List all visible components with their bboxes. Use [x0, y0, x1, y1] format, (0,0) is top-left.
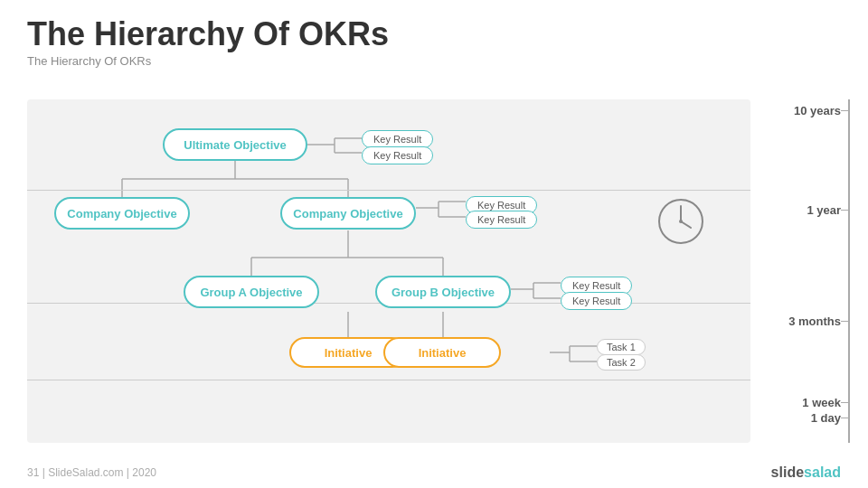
timeline-bar [848, 99, 850, 443]
task-2: Task 2 [597, 354, 646, 371]
kr-company2-2: Key Result [466, 211, 537, 229]
header: The Hierarchy Of OKRs The Hierarchy Of O… [0, 0, 868, 71]
page-number: 31 [27, 466, 39, 479]
tick-0 [841, 110, 850, 111]
kr-groupb-2: Key Result [561, 292, 632, 310]
divider-3 [27, 380, 750, 380]
clock-icon [656, 197, 705, 246]
group-b-objective-node: Group B Objective [375, 276, 511, 308]
company-objective-2-node: Company Objective [280, 197, 416, 230]
footer-info: 31 | SlideSalad.com | 2020 [27, 466, 156, 479]
kr-ultimate-2: Key Result [362, 146, 433, 164]
copyright: | SlideSalad.com | 2020 [42, 466, 156, 479]
kr-ultimate-1: Key Result [362, 130, 433, 148]
group-a-objective-node: Group A Objective [184, 276, 319, 308]
timeline-1-day: 1 day [811, 411, 841, 425]
ultimate-objective-node: Ultimate Objective [163, 128, 307, 161]
timeline-3-months: 3 months [788, 314, 841, 328]
timeline-10-years: 10 years [794, 104, 841, 117]
tick-1 [841, 210, 850, 211]
footer: 31 | SlideSalad.com | 2020 slidesalad [0, 465, 868, 481]
company-objective-1-node: Company Objective [54, 197, 190, 230]
main-title: The Hierarchy Of OKRs [27, 16, 841, 52]
divider-1 [27, 190, 750, 191]
timeline-1-week: 1 week [802, 396, 841, 409]
tick-2 [841, 321, 850, 322]
initiative-2-node: Initiative [383, 337, 501, 368]
sub-title: The Hierarchy Of OKRs [27, 54, 841, 68]
timeline-1-year: 1 year [807, 203, 841, 217]
tick-4 [841, 418, 850, 418]
task-1: Task 1 [597, 339, 646, 355]
svg-point-29 [679, 220, 683, 223]
diagram-area: Ultimate Objective Key Result Key Result… [27, 99, 750, 443]
brand: slidesalad [771, 465, 841, 481]
timeline: 10 years 1 year 3 months 1 week 1 day [796, 99, 850, 443]
tick-3 [841, 402, 850, 403]
